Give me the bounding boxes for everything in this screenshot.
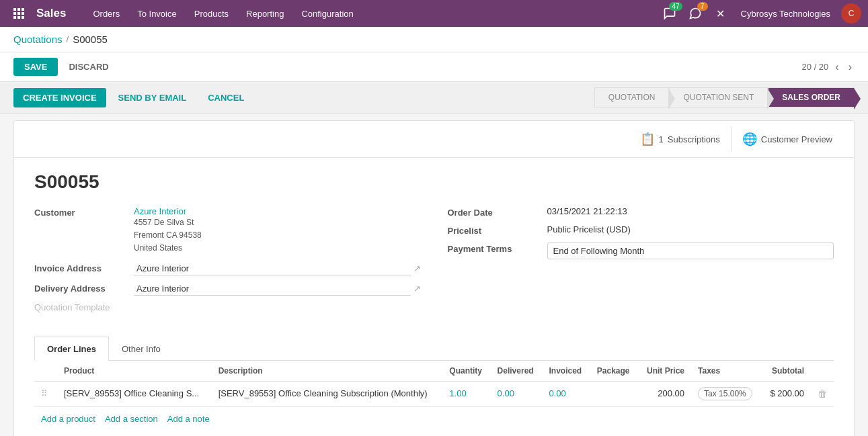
svg-rect-1 — [17, 8, 20, 11]
messages-count: 47 — [669, 2, 682, 11]
pagination-info: 20 / 20 — [802, 62, 829, 72]
invoice-address-value: Azure Interior ↗ — [134, 262, 421, 275]
discard-button[interactable]: DISCARD — [63, 58, 114, 76]
create-invoice-button[interactable]: CREATE INVOICE — [13, 88, 106, 107]
delivery-address-value: Azure Interior ↗ — [134, 282, 421, 296]
send-by-email-button[interactable]: SEND BY EMAIL — [109, 88, 196, 107]
row-quantity[interactable]: 1.00 — [442, 381, 490, 406]
delivery-address-field: Delivery Address Azure Interior ↗ — [34, 282, 421, 296]
pricelist-field: Pricelist Public Pricelist (USD) — [448, 224, 834, 236]
preview-label: Customer Preview — [761, 134, 832, 144]
row-delivered: 0.00 — [491, 381, 543, 406]
row-delete[interactable]: 🗑 — [811, 381, 834, 406]
menu-configuration[interactable]: Configuration — [293, 5, 361, 23]
form-right: Order Date 03/15/2021 21:22:13 Pricelist… — [448, 206, 834, 323]
status-sales-order[interactable]: SALES ORDER — [768, 87, 855, 107]
row-unit-price[interactable]: 200.00 — [638, 381, 691, 406]
payment-terms-select[interactable]: End of Following Month — [547, 243, 834, 259]
tab-other-info[interactable]: Other Info — [109, 337, 173, 361]
add-note-link[interactable]: Add a note — [167, 414, 210, 424]
status-bar: CREATE INVOICE SEND BY EMAIL CANCEL QUOT… — [0, 82, 868, 114]
subscriptions-count: 1 — [659, 134, 664, 144]
menu-orders[interactable]: Orders — [85, 5, 128, 23]
form-layout: Customer Azure Interior 4557 De Silva St… — [34, 206, 834, 323]
add-section-link[interactable]: Add a section — [105, 414, 158, 424]
svg-rect-7 — [17, 16, 20, 19]
delivery-address-ext-link[interactable]: ↗ — [413, 284, 421, 294]
row-taxes[interactable]: Tax 15.00% — [691, 381, 762, 406]
invoice-address-ext-link[interactable]: ↗ — [413, 263, 421, 273]
table-header-row: Product Description Quantity Delivered I… — [34, 361, 834, 382]
breadcrumb-separator: / — [67, 34, 69, 44]
pricelist-label: Pricelist — [448, 224, 542, 236]
subscriptions-button[interactable]: 📋 1 Subscriptions — [629, 126, 732, 152]
save-button[interactable]: SAVE — [13, 58, 58, 76]
customer-field: Customer Azure Interior 4557 De Silva St… — [34, 206, 421, 255]
menu-products[interactable]: Products — [186, 5, 237, 23]
invoice-address-select[interactable]: Azure Interior — [134, 262, 411, 275]
customer-name-link[interactable]: Azure Interior — [134, 206, 186, 216]
order-date-field: Order Date 03/15/2021 21:22:13 — [448, 206, 834, 218]
top-menu: Orders To Invoice Products Reporting Con… — [85, 5, 659, 23]
row-package — [590, 381, 638, 406]
subscriptions-label: Subscriptions — [668, 134, 720, 144]
payment-terms-label: Payment Terms — [448, 243, 542, 254]
svg-rect-8 — [22, 16, 24, 19]
close-icon[interactable]: ✕ — [711, 5, 730, 23]
preview-icon: 🌐 — [742, 132, 757, 146]
col-drag — [34, 361, 57, 382]
company-name: Cybrosys Technologies — [741, 9, 830, 19]
order-date-label: Order Date — [448, 206, 542, 218]
pagination-prev-button[interactable]: ‹ — [832, 60, 841, 75]
row-description: [SERV_89553] Office Cleaning Subscriptio… — [212, 381, 443, 406]
top-navigation: Sales Orders To Invoice Products Reporti… — [0, 0, 868, 27]
pagination-area: 20 / 20 ‹ › — [802, 60, 855, 75]
customer-address3: United States — [134, 242, 421, 255]
main-content: 📋 1 Subscriptions 🌐 Customer Preview S00… — [0, 114, 868, 436]
svg-rect-4 — [17, 12, 20, 15]
col-subtotal: Subtotal — [762, 361, 811, 382]
menu-reporting[interactable]: Reporting — [238, 5, 292, 23]
row-product[interactable]: [SERV_89553] Office Cleaning S... — [57, 381, 212, 406]
pagination-next-button[interactable]: › — [846, 60, 855, 75]
svg-rect-6 — [13, 16, 16, 19]
tabs: Order Lines Other Info — [34, 337, 834, 361]
chat-count: 7 — [697, 2, 708, 11]
table-row: ⠿ [SERV_89553] Office Cleaning S... [SER… — [34, 381, 834, 406]
pricelist-value: Public Pricelist (USD) — [547, 224, 834, 234]
delivery-address-label: Delivery Address — [34, 282, 128, 294]
payment-terms-value: End of Following Month — [547, 243, 834, 259]
col-quantity: Quantity — [442, 361, 490, 382]
form-left: Customer Azure Interior 4557 De Silva St… — [34, 206, 421, 323]
customer-value: Azure Interior 4557 De Silva St Fremont … — [134, 206, 421, 255]
delivery-address-select[interactable]: Azure Interior — [134, 282, 411, 296]
cancel-button[interactable]: CANCEL — [198, 88, 253, 107]
svg-rect-3 — [13, 12, 16, 15]
customer-preview-button[interactable]: 🌐 Customer Preview — [732, 126, 843, 152]
action-bar: SAVE DISCARD 20 / 20 ‹ › — [0, 52, 868, 82]
col-invoiced: Invoiced — [542, 361, 590, 382]
row-drag-handle[interactable]: ⠿ — [34, 381, 57, 406]
document-card: 📋 1 Subscriptions 🌐 Customer Preview S00… — [13, 120, 855, 436]
order-number: S00055 — [34, 171, 834, 193]
messages-badge[interactable]: 47 — [660, 3, 680, 24]
quotation-template-label: Quotation Template — [34, 302, 421, 312]
row-invoiced: 0.00 — [542, 381, 590, 406]
status-quotation-sent[interactable]: QUOTATION SENT — [669, 87, 768, 107]
add-product-link[interactable]: Add a product — [41, 414, 95, 424]
breadcrumb-current: S00055 — [73, 34, 108, 45]
table-footer-actions: Add a product Add a section Add a note — [34, 406, 834, 431]
status-quotation[interactable]: QUOTATION — [594, 87, 670, 107]
breadcrumb-parent[interactable]: Quotations — [13, 34, 63, 45]
chat-badge[interactable]: 7 — [685, 3, 705, 24]
row-subtotal: $ 200.00 — [762, 381, 811, 406]
svg-rect-0 — [13, 8, 16, 11]
order-lines-table: Product Description Quantity Delivered I… — [34, 361, 834, 406]
tab-order-lines[interactable]: Order Lines — [34, 337, 109, 361]
menu-to-invoice[interactable]: To Invoice — [129, 5, 185, 23]
user-avatar[interactable]: C — [841, 3, 861, 24]
invoice-address-label: Invoice Address — [34, 262, 128, 273]
app-grid-icon[interactable] — [7, 7, 31, 19]
brand-name[interactable]: Sales — [31, 7, 71, 20]
col-unit-price: Unit Price — [638, 361, 691, 382]
